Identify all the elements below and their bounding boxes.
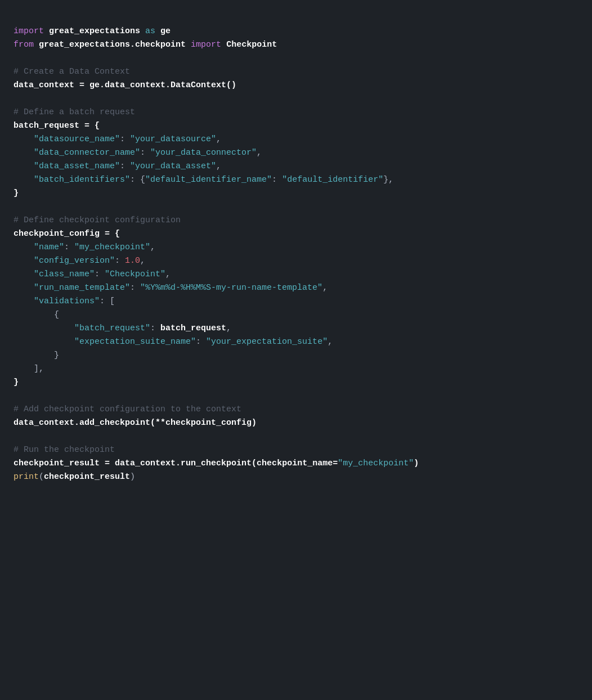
- run-checkpoint-name-val: "my_checkpoint": [338, 459, 414, 468]
- datasource-val: "your_datasource": [130, 134, 216, 144]
- batch-request-var: batch_request: [14, 121, 79, 131]
- config-version-val: 1.0: [125, 256, 140, 266]
- as-keyword: as: [145, 26, 155, 36]
- config-version-key: "config_version": [34, 256, 115, 266]
- validations-key: "validations": [34, 297, 100, 306]
- module-name: great_expectations: [49, 26, 140, 36]
- expectation-suite-key: "expectation_suite_name": [74, 337, 196, 347]
- data-connector-key: "data_connector_name": [34, 148, 140, 158]
- comment-create-context: # Create a Data Context: [14, 67, 130, 77]
- datasource-key: "datasource_name": [34, 134, 120, 144]
- expectation-suite-val: "your_expectation_suite": [206, 337, 328, 347]
- run-checkpoint-call: data_context.run_checkpoint(checkpoint_n…: [115, 459, 338, 468]
- print-keyword: print: [14, 472, 39, 482]
- comment-add-checkpoint: # Add checkpoint configuration to the co…: [14, 405, 241, 414]
- comment-define-checkpoint: # Define checkpoint configuration: [14, 216, 181, 225]
- import-keyword: import: [14, 26, 44, 36]
- name-val: "my_checkpoint": [74, 243, 150, 252]
- code-editor: import great_expectations as ge from gre…: [14, 11, 578, 484]
- checkpoint-result-var: checkpoint_result: [14, 459, 100, 468]
- default-identifier-val: "default_identifier": [282, 175, 383, 185]
- class-name-val: "Checkpoint": [105, 270, 165, 279]
- checkpoint-config-var: checkpoint_config: [14, 229, 100, 239]
- add-checkpoint-call: data_context.add_checkpoint(**checkpoint…: [14, 418, 257, 428]
- batch-identifiers-key: "batch_identifiers": [34, 175, 130, 185]
- default-identifier-key: "default_identifier_name": [145, 175, 272, 185]
- comment-define-batch: # Define a batch request: [14, 107, 135, 117]
- data-asset-key: "data_asset_name": [34, 161, 120, 171]
- checkpoint-class: Checkpoint: [226, 40, 277, 50]
- import-keyword2: import: [191, 40, 221, 50]
- ge-data-context-call: ge.data_context.DataContext(): [89, 80, 236, 90]
- ge-alias: ge: [160, 26, 171, 36]
- data-asset-val: "your_data_asset": [130, 161, 216, 171]
- from-keyword: from: [14, 40, 34, 50]
- class-name-key: "class_name": [34, 270, 95, 279]
- batch-request-ref: batch_request: [160, 324, 226, 333]
- run-name-template-val: "%Y%m%d-%H%M%S-my-run-name-template": [140, 283, 322, 293]
- comment-run-checkpoint: # Run the checkpoint: [14, 445, 115, 455]
- print-arg: checkpoint_result: [44, 472, 130, 482]
- data-context-var: data_context: [14, 80, 74, 90]
- run-name-template-key: "run_name_template": [34, 283, 130, 293]
- data-connector-val: "your_data_connector": [150, 148, 257, 158]
- name-key: "name": [34, 243, 64, 252]
- batch-request-key: "batch_request": [74, 324, 150, 333]
- module-path: great_expectations.checkpoint: [39, 40, 186, 50]
